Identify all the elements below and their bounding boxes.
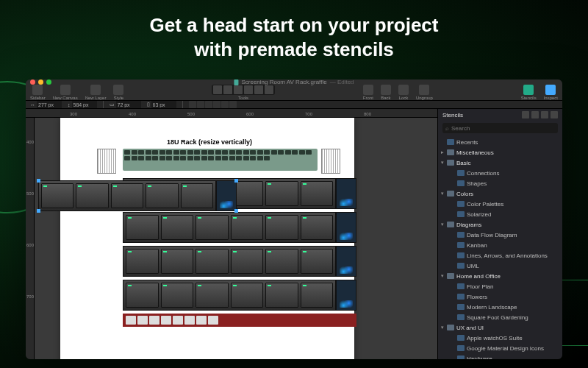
resize-handle[interactable] [234,179,238,183]
titlebar: Screening Room AV Rack.graffle — Edited [26,79,562,85]
tree-item[interactable]: Apple watchOS Suite [438,333,562,343]
tree-item[interactable]: Color Palettes [438,199,562,209]
resize-handle[interactable] [37,179,40,183]
h-input[interactable] [151,101,176,108]
text-tool-icon[interactable] [244,85,253,94]
canvas[interactable]: 18U Rack (resize vertically) [35,118,437,359]
fill-swatch[interactable] [189,101,196,108]
tree-label: Kanban [467,242,487,249]
stroke-swatch[interactable] [197,101,204,108]
tree-label: Flowers [467,294,487,300]
resize-handle[interactable] [234,209,238,213]
patch-panel[interactable] [123,149,318,171]
stencils-button[interactable]: Stencils [521,85,537,100]
select-tool-icon[interactable] [213,85,222,94]
lock-button[interactable]: Lock [398,85,409,100]
tree-item[interactable]: Kanban [438,240,562,250]
tools-group[interactable]: Tools [212,85,275,100]
tree-item[interactable]: Flowers [438,291,562,302]
server-unit[interactable] [123,212,356,243]
tree-item[interactable]: Recents [438,137,562,147]
server-unit-selected[interactable] [38,180,237,211]
stencil-file-icon [457,232,465,238]
tree-item[interactable]: Floor Plan [438,281,562,291]
tree-folder[interactable]: ▾Colors [438,188,562,199]
tree-label: Google Material Design Icons [467,345,544,352]
tree-folder[interactable]: ▸Miscellaneous [438,147,562,158]
text-swatch[interactable] [213,101,220,108]
tree-item[interactable]: Hardware [438,353,562,359]
tree-item[interactable]: Connections [438,168,562,178]
shadow-swatch[interactable] [205,101,212,108]
tree-item[interactable]: Google Material Design Icons [438,343,562,353]
tree-item[interactable]: Lines, Arrows, and Annotations [438,250,562,261]
new-canvas-button[interactable]: New Canvas [53,85,78,100]
minimize-icon[interactable] [38,79,43,85]
server-unit[interactable] [123,246,356,277]
new-layer-button[interactable]: New Layer [85,85,107,100]
tree-folder[interactable]: ▾Diagrams [438,219,562,230]
content-area: 300 400 500 600 700 800 400 500 600 700 … [26,109,562,359]
w-field[interactable]: ▭ [110,101,141,108]
style-icon [113,85,123,95]
vent-panel[interactable] [321,149,340,174]
close-icon[interactable] [30,79,35,85]
x-field[interactable]: ↔ [30,101,62,108]
server-unit[interactable] [123,280,356,311]
align-swatch[interactable] [229,101,237,108]
tree-folder[interactable]: ▾UX and UI [438,322,562,333]
stencils-search[interactable]: ⌕ [442,123,558,133]
y-input[interactable] [72,101,97,108]
pen-tool-icon[interactable] [254,85,263,94]
ruler-tick: 300 [70,112,77,116]
window-controls[interactable] [30,79,51,85]
tree-item[interactable]: UML [438,261,562,271]
sidebar-label: Sidebar [30,96,46,100]
shape-tool-icon[interactable] [223,85,232,94]
view-list-icon[interactable] [522,111,529,118]
inspect-button[interactable]: Inspect [544,85,558,100]
back-icon [381,85,391,95]
search-input[interactable] [451,125,555,132]
style-swatches[interactable] [189,101,237,108]
divider [103,101,104,108]
tree-item[interactable]: Modern Landscape [438,302,562,312]
ruler-tick: 400 [129,112,136,116]
view-card-icon[interactable] [541,111,548,118]
ungroup-button[interactable]: Ungroup [416,85,433,100]
h-field[interactable]: ▯ [147,101,176,108]
tree-label: Square Foot Gardening [467,314,528,321]
y-field[interactable]: ↕ [68,101,97,108]
tree-folder[interactable]: ▾Home and Office [438,271,562,281]
back-button[interactable]: Back [381,85,391,100]
ruler-tick: 500 [26,191,34,196]
tree-folder[interactable]: ▾Basic [438,158,562,168]
tree-item[interactable]: Shapes [438,178,562,188]
settings-icon[interactable] [551,111,558,118]
rack-label: 18U Rack (resize vertically) [167,138,252,146]
front-button[interactable]: Front [363,85,373,100]
ruler-tick: 400 [26,140,34,144]
folder-icon [447,191,454,197]
tree-item[interactable]: Data Flow Diagram [438,230,562,240]
stamp-tool-icon[interactable] [265,85,273,94]
w-input[interactable] [116,101,141,108]
font-swatch[interactable] [221,101,229,108]
power-strip[interactable] [123,314,356,327]
lock-icon [398,85,409,95]
view-grid-icon[interactable] [531,111,539,118]
maximize-icon[interactable] [46,79,51,85]
tree-item[interactable]: Solarized [438,209,562,219]
stencil-file-icon [457,170,465,176]
canvas-page: 18U Rack (resize vertically) [60,118,354,359]
tree-label: Basic [456,160,471,166]
x-input[interactable] [37,101,62,108]
tree-item[interactable]: Square Foot Gardening [438,312,562,322]
line-tool-icon[interactable] [234,85,243,94]
canvas-area: 300 400 500 600 700 800 400 500 600 700 … [26,109,437,359]
sidebar-toggle[interactable]: Sidebar [30,85,46,100]
style-button[interactable]: Style [113,85,123,100]
promo-headline: Get a head start on your project with pr… [0,0,588,61]
vent-panel[interactable] [97,149,116,174]
resize-handle[interactable] [37,209,40,213]
